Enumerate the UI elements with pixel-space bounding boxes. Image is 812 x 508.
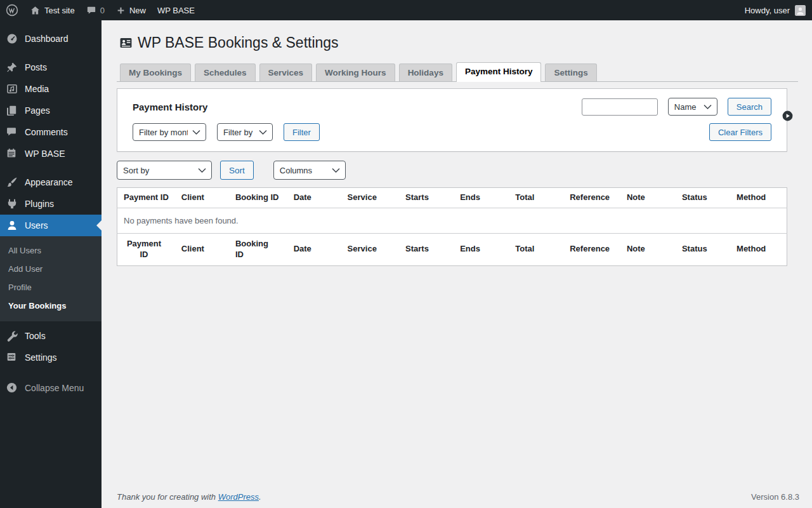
- sidebar-item-pages[interactable]: Pages: [0, 100, 102, 121]
- tab-holidays[interactable]: Holidays: [399, 64, 452, 81]
- filter-service-select[interactable]: Filter by service: [217, 123, 273, 141]
- page-title: WP BASE Bookings & Settings: [119, 33, 798, 52]
- column-header: Total: [509, 188, 563, 208]
- column-footer: Total: [509, 233, 563, 265]
- current-menu-arrow: [96, 220, 102, 231]
- sidebar-item-label: Appearance: [25, 177, 73, 187]
- column-header: Status: [676, 188, 730, 208]
- dashboard-icon: [6, 32, 18, 45]
- filter-month-select[interactable]: Filter by month/week: [133, 123, 206, 141]
- column-footer: Starts: [399, 233, 454, 265]
- column-footer: Note: [620, 233, 676, 265]
- column-header: Ends: [454, 188, 509, 208]
- column-footer-label: Payment ID: [124, 239, 164, 260]
- sidebar-item-dashboard[interactable]: Dashboard: [0, 28, 102, 50]
- settings-icon: [6, 351, 18, 364]
- main-content: WP BASE Bookings & Settings My Bookings …: [102, 20, 812, 508]
- posts-icon: [6, 61, 18, 74]
- comments-icon: [6, 126, 18, 138]
- new-label: New: [129, 6, 146, 15]
- wordpress-logo-icon: [6, 4, 18, 17]
- sort-button[interactable]: Sort: [220, 161, 254, 180]
- wp-base-label: WP BASE: [157, 6, 195, 15]
- version-label: Version 6.8.3: [751, 492, 799, 502]
- help-play-button[interactable]: [782, 110, 793, 121]
- column-footer: Client: [175, 233, 229, 265]
- sidebar-item-posts[interactable]: Posts: [0, 57, 102, 78]
- sort-bar: Sort by Sort Columns: [117, 161, 798, 180]
- column-header: Client: [175, 188, 229, 208]
- home-icon: [30, 5, 41, 16]
- sidebar-item-media[interactable]: Media: [0, 78, 102, 100]
- sort-by-select[interactable]: Sort by: [117, 161, 212, 180]
- column-footer: Ends: [454, 233, 509, 265]
- tab-services[interactable]: Services: [259, 64, 313, 81]
- sidebar-item-label: Comments: [25, 127, 68, 137]
- sidebar-item-appearance[interactable]: Appearance: [0, 171, 102, 193]
- column-footer: Booking ID: [229, 233, 287, 265]
- submenu-item-all-users[interactable]: All Users: [0, 241, 102, 260]
- tab-working-hours[interactable]: Working Hours: [316, 64, 395, 81]
- search-button[interactable]: Search: [728, 98, 771, 116]
- admin-bar-site-link[interactable]: Test site: [24, 0, 81, 20]
- admin-bar-new-button[interactable]: New: [110, 0, 152, 20]
- sidebar-separator: [0, 50, 102, 57]
- empty-row: No payments have been found.: [117, 208, 787, 233]
- sidebar-item-plugins[interactable]: Plugins: [0, 193, 102, 215]
- submenu-item-your-bookings[interactable]: Your Bookings: [0, 297, 102, 315]
- sidebar-item-label: Posts: [25, 62, 47, 72]
- wordpress-logo-button[interactable]: [0, 0, 24, 20]
- submenu-item-profile[interactable]: Profile: [0, 278, 102, 297]
- sidebar-item-tools[interactable]: Tools: [0, 325, 102, 347]
- filter-button[interactable]: Filter: [284, 123, 320, 141]
- admin-sidebar: Dashboard Posts Media Pages Comments: [0, 20, 102, 508]
- collapse-icon: [6, 382, 18, 394]
- search-input[interactable]: [582, 98, 658, 116]
- search-by-select[interactable]: Name: [668, 98, 717, 116]
- empty-message: No payments have been found.: [117, 208, 787, 233]
- column-header: Date: [287, 188, 341, 208]
- tab-bar: My Bookings Schedules Services Working H…: [117, 62, 798, 82]
- admin-bar-account[interactable]: Howdy, user: [745, 5, 812, 16]
- comments-bubble-icon: [86, 5, 96, 15]
- clear-filters-button[interactable]: Clear Filters: [709, 123, 771, 141]
- media-icon: [6, 83, 18, 95]
- sidebar-item-label: Media: [25, 84, 49, 94]
- sidebar-separator: [0, 164, 102, 171]
- sidebar-collapse-menu[interactable]: Collapse Menu: [0, 377, 102, 399]
- sidebar-item-label: Tools: [25, 331, 46, 341]
- sidebar-item-users[interactable]: Users: [0, 215, 102, 236]
- plugins-icon: [6, 197, 18, 210]
- column-header: Method: [730, 188, 787, 208]
- tab-my-bookings[interactable]: My Bookings: [120, 64, 191, 81]
- column-header: Starts: [399, 188, 454, 208]
- panel-title: Payment History: [133, 102, 207, 112]
- payment-history-panel: Payment History Name Search Filte: [117, 88, 787, 152]
- page-title-text: WP BASE Bookings & Settings: [138, 33, 339, 52]
- sidebar-item-comments[interactable]: Comments: [0, 121, 102, 143]
- wordpress-link[interactable]: WordPress: [218, 492, 259, 502]
- admin-bar-comments[interactable]: 0: [81, 0, 110, 20]
- submenu-item-add-user[interactable]: Add User: [0, 260, 102, 278]
- sidebar-item-label: WP BASE: [25, 149, 65, 159]
- sidebar-item-wp-base[interactable]: WP BASE: [0, 143, 102, 164]
- column-footer: Status: [676, 233, 730, 265]
- appearance-icon: [6, 176, 18, 189]
- table-footer-row: Payment ID Client Booking ID Date Servic…: [117, 233, 787, 265]
- comments-count: 0: [100, 6, 105, 15]
- column-header: Note: [620, 188, 676, 208]
- admin-bar-wp-base[interactable]: WP BASE: [152, 0, 200, 20]
- admin-bar: Test site 0 New WP BASE Howdy, user: [0, 0, 812, 20]
- sidebar-item-settings[interactable]: Settings: [0, 347, 102, 368]
- users-icon: [6, 219, 18, 232]
- columns-select[interactable]: Columns: [273, 161, 346, 180]
- avatar: [795, 5, 806, 16]
- column-header: Booking ID: [229, 188, 287, 208]
- tab-schedules[interactable]: Schedules: [195, 64, 256, 81]
- table-header-row: Payment ID Client Booking ID Date Servic…: [117, 188, 787, 208]
- tools-icon: [6, 330, 18, 342]
- tab-settings[interactable]: Settings: [545, 64, 596, 81]
- howdy-label: Howdy, user: [745, 6, 790, 15]
- tab-payment-history[interactable]: Payment History: [456, 62, 542, 82]
- column-footer: Service: [341, 233, 399, 265]
